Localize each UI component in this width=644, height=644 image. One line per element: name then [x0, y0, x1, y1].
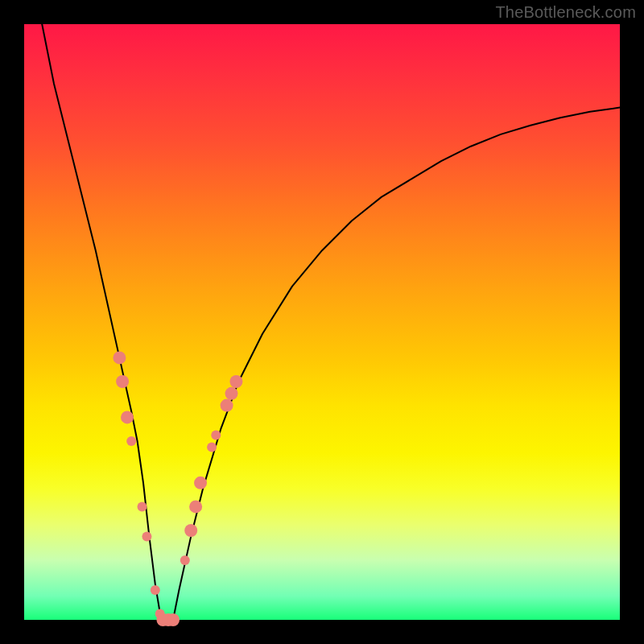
chart-frame: TheBottleneck.com — [0, 0, 644, 644]
chart-overlay — [24, 24, 620, 620]
data-marker — [142, 531, 151, 541]
data-marker — [221, 399, 233, 412]
watermark-text: TheBottleneck.com — [495, 3, 636, 22]
data-marker — [229, 375, 242, 388]
data-marker — [126, 436, 136, 446]
data-marker — [189, 500, 202, 513]
data-marker — [151, 585, 160, 595]
data-marker — [113, 351, 126, 364]
data-marker — [121, 411, 134, 423]
bottleneck-curve — [42, 24, 620, 620]
data-marker — [207, 442, 217, 452]
data-marker — [194, 477, 207, 489]
data-marker — [211, 431, 221, 440]
data-markers — [113, 351, 242, 626]
data-marker — [184, 524, 197, 537]
data-marker — [116, 375, 129, 388]
data-marker — [225, 387, 238, 400]
data-marker — [180, 555, 190, 565]
data-marker — [167, 613, 180, 626]
data-marker — [138, 502, 147, 511]
